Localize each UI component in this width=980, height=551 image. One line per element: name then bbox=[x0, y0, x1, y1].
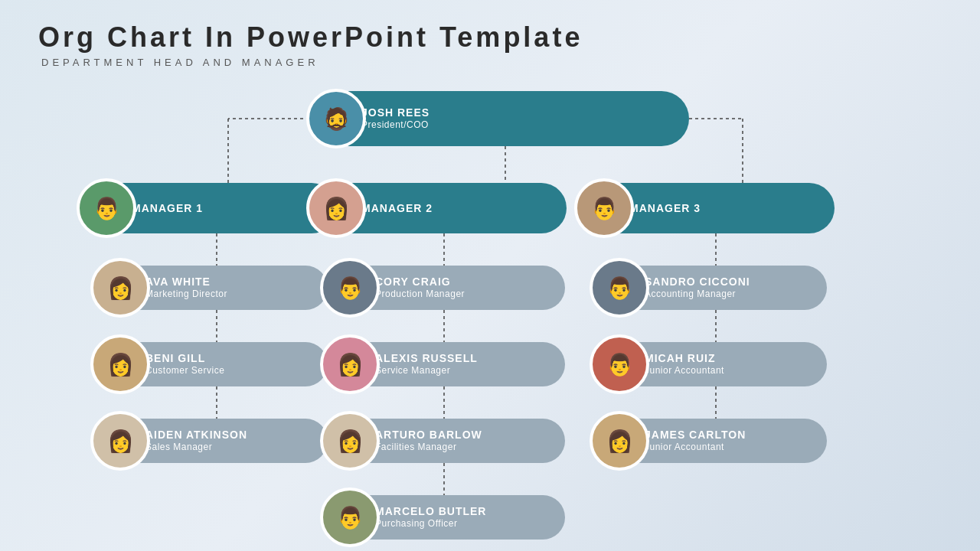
marcelo-avatar: 👨 bbox=[320, 487, 380, 547]
node-arturo[interactable]: 👩 ARTURO BARLOW Facilities Manager bbox=[335, 419, 565, 463]
james-avatar: 👩 bbox=[590, 411, 649, 471]
chart-area: 🧔 JOSH REES President/COO 👨 MANAGER 1 👩 … bbox=[0, 76, 980, 527]
alexis-avatar: 👩 bbox=[320, 334, 380, 394]
micah-avatar: 👨 bbox=[590, 334, 649, 394]
page-subtitle: DEPARTMENT HEAD AND MANAGER bbox=[0, 57, 980, 68]
beni-avatar: 👩 bbox=[90, 334, 150, 394]
node-marcelo[interactable]: 👨 MARCELO BUTLER Purchasing Officer bbox=[335, 495, 565, 540]
node-ava[interactable]: 👩 AVA WHITE Marketing Director bbox=[106, 266, 328, 310]
node-micah[interactable]: 👨 MICAH RUIZ Junior Accountant bbox=[605, 342, 827, 386]
mgr2-avatar: 👩 bbox=[306, 178, 366, 238]
node-james[interactable]: 👩 JAMES CARLTON Junior Accountant bbox=[605, 419, 827, 463]
node-mgr3[interactable]: 👨 MANAGER 3 bbox=[590, 183, 835, 233]
ava-avatar: 👩 bbox=[90, 258, 150, 318]
sandro-avatar: 👨 bbox=[590, 258, 649, 318]
node-mgr1[interactable]: 👨 MANAGER 1 bbox=[92, 183, 337, 233]
node-president[interactable]: 🧔 JOSH REES President/COO bbox=[322, 91, 689, 146]
aiden-avatar: 👩 bbox=[90, 411, 150, 471]
node-cory[interactable]: 👨 CORY CRAIG Production Manager bbox=[335, 266, 565, 310]
cory-avatar: 👨 bbox=[320, 258, 380, 318]
mgr1-avatar: 👨 bbox=[77, 178, 136, 238]
arturo-avatar: 👩 bbox=[320, 411, 380, 471]
mgr3-avatar: 👨 bbox=[574, 178, 634, 238]
president-avatar: 🧔 bbox=[306, 89, 366, 148]
page-title: Org Chart In PowerPoint Template bbox=[0, 0, 980, 57]
node-beni[interactable]: 👩 BENI GILL Customer Service bbox=[106, 342, 328, 386]
node-aiden[interactable]: 👩 AIDEN ATKINSON Sales Manager bbox=[106, 419, 328, 463]
node-sandro[interactable]: 👨 Sandro Cicconi Accounting Manager bbox=[605, 266, 827, 310]
node-mgr2[interactable]: 👩 MANAGER 2 bbox=[322, 183, 567, 233]
node-alexis[interactable]: 👩 ALEXIS RUSSELL Service Manager bbox=[335, 342, 565, 386]
